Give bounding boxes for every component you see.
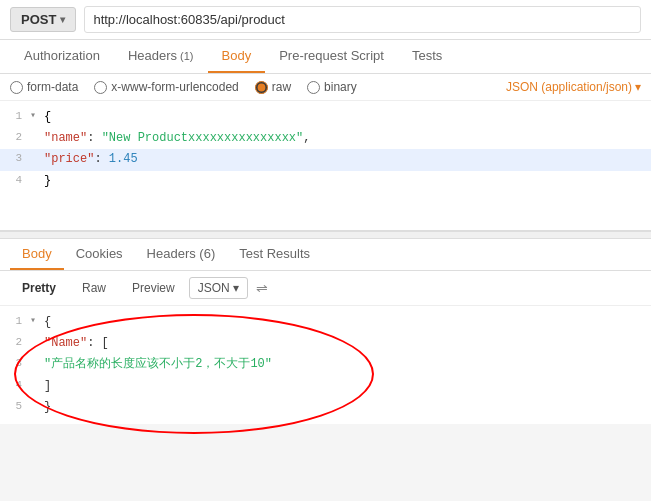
line-number: 4 — [0, 377, 30, 395]
radio-label-raw: raw — [272, 80, 291, 94]
line-number: 2 — [0, 129, 30, 147]
radio-input-binary[interactable] — [307, 81, 320, 94]
line-content: "name": "New Productxxxxxxxxxxxxxxx", — [42, 129, 651, 148]
request-code-editor: 1▾{2 "name": "New Productxxxxxxxxxxxxxxx… — [0, 101, 651, 231]
nav-tab-authorization[interactable]: Authorization — [10, 40, 114, 73]
response-tab-testresults[interactable]: Test Results — [227, 239, 322, 270]
json-select-chevron: ▾ — [233, 281, 239, 295]
radio-input-urlencoded[interactable] — [94, 81, 107, 94]
nav-tab-tests[interactable]: Tests — [398, 40, 456, 73]
body-options: form-datax-www-form-urlencodedrawbinaryJ… — [0, 74, 651, 101]
view-tab-raw[interactable]: Raw — [70, 277, 118, 299]
radio-binary[interactable]: binary — [307, 80, 357, 94]
line-content: } — [42, 398, 651, 417]
line-number: 2 — [0, 334, 30, 352]
line-content: ] — [42, 377, 651, 396]
line-content: } — [42, 172, 651, 191]
radio-urlencoded[interactable]: x-www-form-urlencoded — [94, 80, 238, 94]
line-content: { — [42, 108, 651, 127]
view-tabs: PrettyRawPreviewJSON ▾⇌ — [0, 271, 651, 306]
line-arrow: ▾ — [30, 313, 42, 329]
request-line-2: 2 "name": "New Productxxxxxxxxxxxxxxx", — [0, 128, 651, 149]
nav-tab-prerequest[interactable]: Pre-request Script — [265, 40, 398, 73]
line-number: 3 — [0, 355, 30, 373]
json-select-label: JSON — [198, 281, 230, 295]
line-number: 3 — [0, 150, 30, 168]
line-content: "产品名称的长度应该不小于2，不大于10" — [42, 355, 651, 374]
method-label: POST — [21, 12, 56, 27]
top-bar: POST ▾ — [0, 0, 651, 40]
filter-icon[interactable]: ⇌ — [256, 280, 268, 296]
json-format-select[interactable]: JSON ▾ — [189, 277, 248, 299]
method-chevron: ▾ — [60, 14, 65, 25]
line-content: "price": 1.45 — [42, 150, 651, 169]
method-button[interactable]: POST ▾ — [10, 7, 76, 32]
json-type-selector[interactable]: JSON (application/json) ▾ — [506, 80, 641, 94]
line-number: 5 — [0, 398, 30, 416]
radio-label-binary: binary — [324, 80, 357, 94]
line-arrow: ▾ — [30, 108, 42, 124]
radio-input-form-data[interactable] — [10, 81, 23, 94]
line-number: 4 — [0, 172, 30, 190]
response-line-3: 3 "产品名称的长度应该不小于2，不大于10" — [0, 354, 651, 375]
line-number: 1 — [0, 108, 30, 126]
response-line-1: 1▾{ — [0, 312, 651, 333]
line-content: { — [42, 313, 651, 332]
nav-tab-badge-headers: (1) — [177, 50, 194, 62]
json-type-label: JSON (application/json) — [506, 80, 632, 94]
response-line-2: 2 "Name": [ — [0, 333, 651, 354]
response-tab-cookies[interactable]: Cookies — [64, 239, 135, 270]
radio-input-raw[interactable] — [255, 81, 268, 94]
response-line-5: 5 } — [0, 397, 651, 418]
response-tabs: BodyCookiesHeaders (6)Test Results — [0, 239, 651, 271]
line-content: "Name": [ — [42, 334, 651, 353]
nav-tabs: AuthorizationHeaders (1)BodyPre-request … — [0, 40, 651, 74]
view-tab-pretty[interactable]: Pretty — [10, 277, 68, 299]
response-tab-headers[interactable]: Headers (6) — [135, 239, 228, 270]
radio-label-urlencoded: x-www-form-urlencoded — [111, 80, 238, 94]
json-type-chevron: ▾ — [635, 80, 641, 94]
response-tab-body[interactable]: Body — [10, 239, 64, 270]
nav-tab-headers[interactable]: Headers (1) — [114, 40, 208, 73]
view-tab-preview[interactable]: Preview — [120, 277, 187, 299]
url-input[interactable] — [84, 6, 641, 33]
response-line-4: 4 ] — [0, 376, 651, 397]
request-line-4: 4 } — [0, 171, 651, 192]
response-code-editor: 1▾{2 "Name": [3 "产品名称的长度应该不小于2，不大于10"4 ]… — [0, 306, 651, 424]
nav-tab-body[interactable]: Body — [208, 40, 266, 73]
section-separator — [0, 231, 651, 239]
radio-label-form-data: form-data — [27, 80, 78, 94]
request-line-1: 1▾{ — [0, 107, 651, 128]
radio-form-data[interactable]: form-data — [10, 80, 78, 94]
response-tab-badge-headers: (6) — [196, 246, 216, 261]
request-line-3: 3 "price": 1.45 — [0, 149, 651, 170]
line-number: 1 — [0, 313, 30, 331]
radio-raw[interactable]: raw — [255, 80, 291, 94]
